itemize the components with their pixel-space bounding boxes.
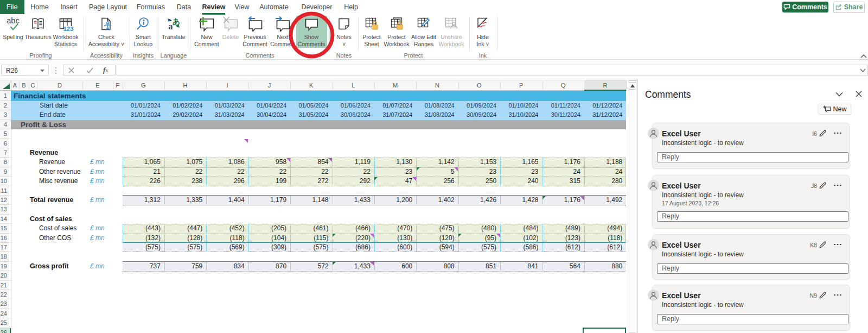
svg-text:あ: あ	[173, 17, 180, 26]
svg-text:123: 123	[63, 26, 73, 32]
